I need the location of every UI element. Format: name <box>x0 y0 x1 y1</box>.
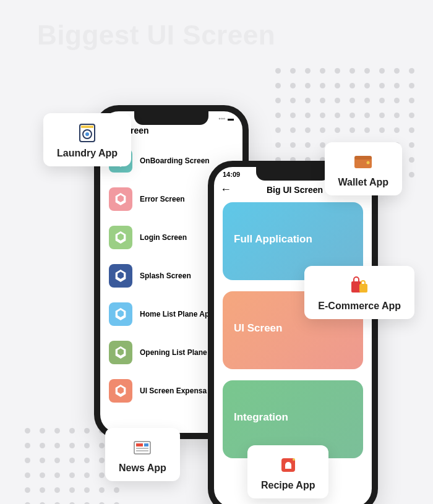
wifi-icon: ◦◦◦ <box>218 115 225 122</box>
tag-label: Wallet App <box>338 177 388 188</box>
svg-rect-10 <box>136 443 143 446</box>
svg-rect-13 <box>144 443 148 446</box>
svg-rect-5 <box>354 156 372 160</box>
svg-point-6 <box>367 161 370 164</box>
card-label: Integration <box>234 411 288 423</box>
battery-icon: ▬ <box>228 115 234 122</box>
back-arrow-icon[interactable]: ← <box>220 183 231 196</box>
hexagon-icon <box>109 379 132 403</box>
svg-rect-3 <box>81 126 93 128</box>
background-title: Biggest UI Screen <box>37 20 275 51</box>
hexagon-icon <box>109 226 132 249</box>
status-icons: ◦◦◦ ▬ <box>218 115 234 122</box>
list-item-label: OnBoarding Screen <box>140 156 210 165</box>
tag-laundry-app[interactable]: Laundry App <box>43 113 131 166</box>
tag-wallet-app[interactable]: Wallet App <box>325 142 402 195</box>
list-item-label: Error Screen <box>140 195 185 203</box>
shopping-bags-icon <box>348 275 371 297</box>
phone-notch <box>256 167 330 181</box>
status-time: 14:09 <box>223 171 240 178</box>
chef-hat-icon <box>277 454 299 476</box>
svg-rect-8 <box>359 284 367 293</box>
tag-news-app[interactable]: News App <box>105 428 180 481</box>
wallet-icon <box>352 151 374 173</box>
category-cards: Full ApplicationUI ScreenIntegration <box>214 196 372 464</box>
hexagon-icon <box>109 187 132 211</box>
svg-rect-12 <box>136 450 148 451</box>
washer-icon <box>76 122 98 144</box>
card-label: UI Screen <box>234 322 282 334</box>
svg-rect-11 <box>136 448 148 449</box>
list-item-label: Home List Plane App <box>140 310 214 318</box>
hexagon-icon <box>109 302 132 326</box>
tag-recipe-app[interactable]: Recipe App <box>247 445 328 498</box>
tag-label: E-Commerce App <box>318 301 401 312</box>
svg-point-2 <box>85 132 89 136</box>
hexagon-icon <box>109 264 132 288</box>
tag-label: News App <box>119 463 166 474</box>
list-item-label: Splash Screen <box>140 271 191 280</box>
newspaper-icon <box>131 437 153 459</box>
list-item-label: Login Screen <box>140 233 187 242</box>
tag-label: Recipe App <box>261 480 315 491</box>
card-label: Full Application <box>234 233 312 245</box>
svg-point-15 <box>293 458 295 461</box>
phone-notch <box>134 111 208 125</box>
tag-ecommerce-app[interactable]: E-Commerce App <box>304 266 414 319</box>
tag-label: Laundry App <box>57 148 118 159</box>
hexagon-icon <box>109 341 132 364</box>
